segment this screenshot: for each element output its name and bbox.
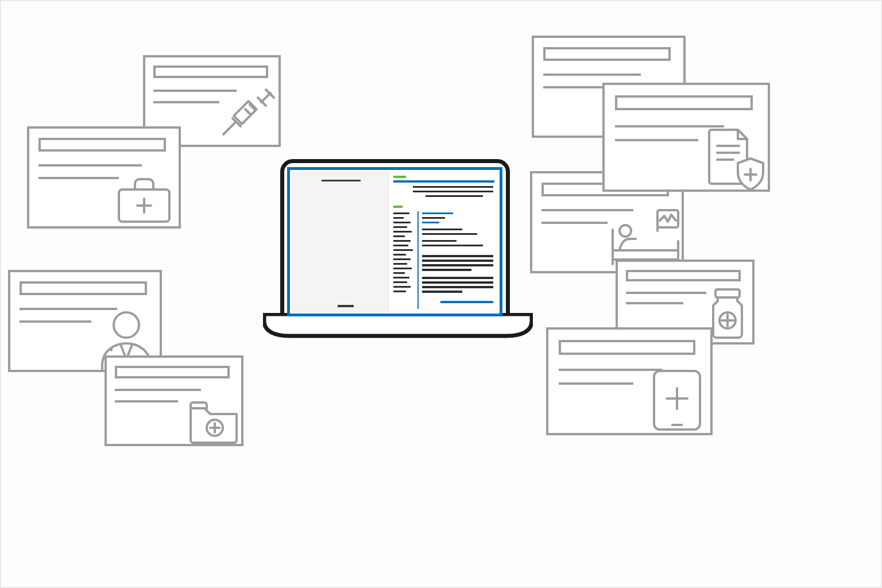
diagram-canvas xyxy=(0,0,882,588)
laptop xyxy=(263,159,533,346)
svg-line-5 xyxy=(245,109,250,114)
app-left-pane xyxy=(292,172,389,312)
syringe-icon xyxy=(220,86,277,144)
svg-line-8 xyxy=(223,126,231,134)
svg-point-21 xyxy=(620,225,631,237)
record-card-insurance xyxy=(602,83,770,192)
record-card-tablet xyxy=(546,327,713,435)
svg-point-12 xyxy=(114,312,139,338)
record-card-folder xyxy=(105,355,243,446)
record-card-medical-bag xyxy=(27,126,181,229)
svg-rect-31 xyxy=(715,289,740,297)
medical-tablet-icon xyxy=(649,368,705,433)
laptop-base xyxy=(263,313,533,338)
app-right-pane xyxy=(391,172,498,312)
laptop-screen xyxy=(287,167,502,316)
medical-bag-icon xyxy=(115,176,173,226)
document-shield-icon xyxy=(706,126,769,191)
medical-folder-icon xyxy=(187,399,240,444)
svg-rect-3 xyxy=(234,101,257,124)
pill-bottle-icon xyxy=(707,286,748,342)
